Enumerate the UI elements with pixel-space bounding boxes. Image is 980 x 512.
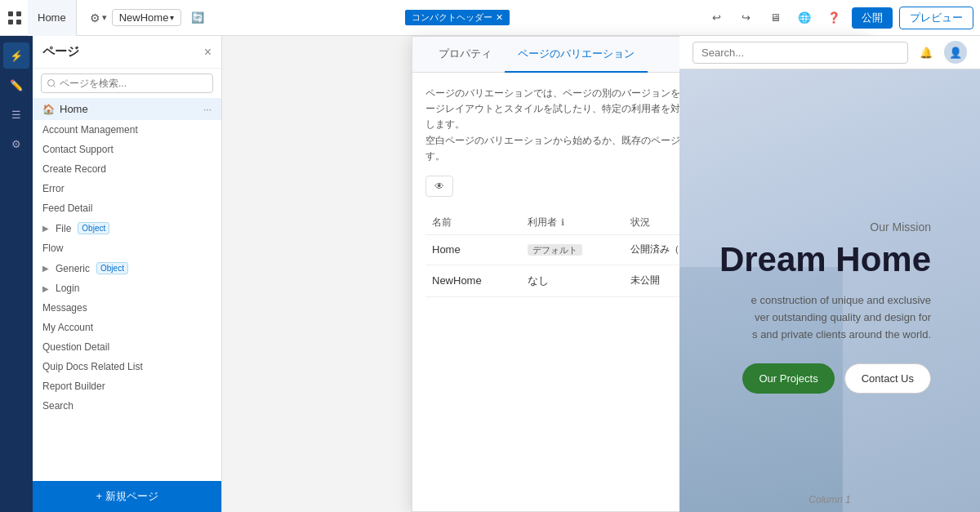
page-item-question-detail[interactable]: Question Detail xyxy=(33,337,221,357)
globe-icon[interactable]: 🌐 xyxy=(793,7,816,29)
search-icons-group: 🔔 👤 xyxy=(915,41,967,64)
top-bar: Home ⚙ ▾ NewHome ▾ 🔄 コンパクトヘッダー ✕ ↩ ↪ 🖥 🌐… xyxy=(0,0,980,36)
pages-list: 🏠 Home ··· Account Management Contact Su… xyxy=(33,98,221,481)
desktop-icon[interactable]: 🖥 xyxy=(764,7,786,29)
sidebar-icons: ⚡ ✏️ ☰ ⚙ xyxy=(0,36,33,512)
svg-rect-0 xyxy=(8,11,13,16)
preview-button[interactable]: プレビュー xyxy=(899,7,973,29)
sidebar-icon-edit[interactable]: ✏️ xyxy=(3,72,29,98)
login-expand-icon: ▶ xyxy=(42,284,49,293)
top-search-bar: 🔔 👤 xyxy=(679,36,980,69)
sidebar-icon-list[interactable]: ☰ xyxy=(3,101,29,127)
page-item-flow[interactable]: Flow xyxy=(33,238,221,258)
help-icon[interactable]: ❓ xyxy=(822,7,845,29)
page-item-account-management[interactable]: Account Management xyxy=(33,120,221,140)
content-area: プロパティ ページのバリエーション ‹ ページのバリエーションでは、ページの別の… xyxy=(222,36,980,512)
column-label: Column 1 xyxy=(792,478,866,512)
row-home-name: Home xyxy=(425,234,521,265)
home-page-icon: 🏠 xyxy=(42,104,55,115)
compact-header-badge-area: コンパクトヘッダー ✕ xyxy=(216,10,698,25)
grid-icon[interactable] xyxy=(7,10,23,26)
compact-header-label: コンパクトヘッダー xyxy=(412,11,492,24)
newhome-label: NewHome xyxy=(119,11,169,24)
file-expand-icon: ▶ xyxy=(42,224,49,233)
page-item-create-record[interactable]: Create Record xyxy=(33,159,221,179)
page-label-home: Home xyxy=(60,103,88,115)
page-item-quip-docs[interactable]: Quip Docs Related List xyxy=(33,357,221,376)
right-area: 🔔 👤 Our Mission Dream Home e constructio… xyxy=(679,36,980,512)
publish-button[interactable]: 公開 xyxy=(852,7,893,29)
svg-rect-2 xyxy=(8,20,13,24)
page-item-report-builder[interactable]: Report Builder xyxy=(33,376,221,396)
page-item-login[interactable]: ▶ Login xyxy=(33,278,221,298)
page-item-error[interactable]: Error xyxy=(33,179,221,198)
page-item-file[interactable]: ▶ File Object xyxy=(33,218,221,238)
page-item-feed-detail[interactable]: Feed Detail xyxy=(33,198,221,218)
our-projects-button[interactable]: Our Projects xyxy=(742,363,834,394)
home-more-btn[interactable]: ··· xyxy=(203,104,212,115)
user-avatar-icon[interactable]: 👤 xyxy=(944,41,967,64)
settings-group: ⚙ ▾ NewHome ▾ 🔄 xyxy=(90,7,210,29)
col-user-header: 利用者 ℹ xyxy=(521,211,624,235)
page-item-contact-support[interactable]: Contact Support xyxy=(33,140,221,159)
pages-panel: ページ × 🏠 Home ··· Account Management Cont… xyxy=(33,36,222,512)
generic-object-tag: Object xyxy=(96,262,128,274)
redo-icon[interactable]: ↪ xyxy=(734,7,757,29)
new-page-button[interactable]: + 新規ページ xyxy=(33,481,221,512)
preview-content: Our Mission Dream Home e construction of… xyxy=(679,69,980,512)
col-name-header: 名前 xyxy=(425,211,521,235)
user-info-icon: ℹ xyxy=(561,217,564,227)
page-item-search[interactable]: Search xyxy=(33,396,221,416)
top-bar-right: ↩ ↪ 🖥 🌐 ❓ 公開 プレビュー xyxy=(705,7,973,29)
preview-title: Dream Home xyxy=(719,240,931,279)
pages-panel-header: ページ × xyxy=(33,36,221,69)
page-item-generic[interactable]: ▶ Generic Object xyxy=(33,258,221,278)
contact-us-button[interactable]: Contact Us xyxy=(844,363,931,394)
sidebar-icon-settings[interactable]: ⚙ xyxy=(3,131,29,157)
undo-icon[interactable]: ↩ xyxy=(705,7,728,29)
row-home-user: デフォルト xyxy=(521,234,624,265)
preview-buttons: Our Projects Contact Us xyxy=(742,363,931,394)
svg-rect-1 xyxy=(16,11,21,16)
main-layout: ⚡ ✏️ ☰ ⚙ ページ × 🏠 Home ··· Account Manage… xyxy=(0,36,980,512)
preview-description: e construction of unique and exclusive v… xyxy=(751,292,931,343)
sidebar-icon-lightning[interactable]: ⚡ xyxy=(3,42,29,69)
column-label-area: Column 1 xyxy=(679,493,980,505)
default-badge: デフォルト xyxy=(528,244,582,256)
preview-background: Our Mission Dream Home e construction of… xyxy=(679,69,980,512)
search-input[interactable] xyxy=(693,42,908,64)
pages-panel-close[interactable]: × xyxy=(204,45,212,60)
row-newhome-name: NewHome xyxy=(425,265,521,296)
page-item-home[interactable]: 🏠 Home ··· xyxy=(33,98,221,120)
home-tab[interactable]: Home xyxy=(28,0,77,36)
top-bar-left: Home xyxy=(7,0,77,36)
notification-icon[interactable]: 🔔 xyxy=(915,41,938,64)
pages-search-input[interactable] xyxy=(41,73,213,93)
pages-search-area xyxy=(33,69,221,98)
home-tab-label: Home xyxy=(38,11,66,24)
newhome-button[interactable]: NewHome ▾ xyxy=(112,9,182,26)
page-item-my-account[interactable]: My Account xyxy=(33,318,221,337)
eye-icon: 👁 xyxy=(434,180,444,192)
settings-button[interactable]: ⚙ ▾ xyxy=(90,11,107,24)
compact-header-badge: コンパクトヘッダー ✕ xyxy=(405,10,510,25)
generic-expand-icon: ▶ xyxy=(42,264,49,273)
refresh-icon[interactable]: 🔄 xyxy=(186,7,209,29)
svg-rect-3 xyxy=(16,20,21,24)
file-object-tag: Object xyxy=(78,222,109,234)
page-item-messages[interactable]: Messages xyxy=(33,298,221,318)
tab-variations[interactable]: ページのバリエーション xyxy=(505,37,648,73)
row-newhome-user: なし xyxy=(521,265,624,296)
compact-header-close[interactable]: ✕ xyxy=(496,12,503,23)
tab-properties[interactable]: プロパティ xyxy=(425,37,505,73)
pages-panel-title: ページ xyxy=(42,44,79,60)
preview-icon-button[interactable]: 👁 xyxy=(425,176,453,197)
preview-mission: Our Mission xyxy=(870,220,931,234)
